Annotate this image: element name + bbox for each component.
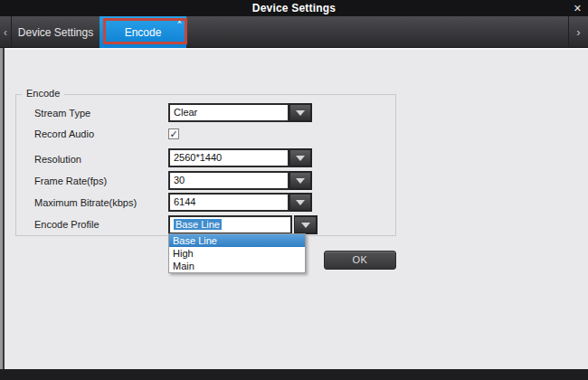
tab-encode[interactable]: Encode × xyxy=(100,16,186,48)
encode-profile-select[interactable]: Base Line xyxy=(168,215,318,234)
title-bar: Device Settings ✕ xyxy=(0,0,588,16)
dropdown-option-main[interactable]: Main xyxy=(169,260,305,272)
resolution-value: 2560*1440 xyxy=(168,148,289,167)
checkmark-icon: ✓ xyxy=(169,128,177,139)
max-bitrate-select[interactable]: 6144 xyxy=(168,193,312,212)
tab-encode-label: Encode xyxy=(125,26,162,39)
resolution-dropdown-button[interactable] xyxy=(289,148,312,167)
chevron-down-icon xyxy=(301,223,310,228)
frame-rate-select[interactable]: 30 xyxy=(168,171,312,190)
resolution-label: Resolution xyxy=(34,154,81,165)
device-settings-window: Device Settings ✕ ‹ Device Settings Enco… xyxy=(0,0,588,380)
window-title: Device Settings xyxy=(0,0,588,16)
encode-profile-value: Base Line xyxy=(168,215,292,234)
record-audio-label: Record Audio xyxy=(34,128,94,139)
frame-rate-label: Frame Rate(fps) xyxy=(34,176,107,186)
encode-group-title: Encode xyxy=(22,88,64,99)
content-panel: Encode Stream Type Clear Record Audio ✓ … xyxy=(0,48,588,369)
tab-scroll-right-icon[interactable]: › xyxy=(568,16,588,48)
stream-type-select[interactable]: Clear xyxy=(168,103,312,122)
dropdown-option-high[interactable]: High xyxy=(169,247,305,260)
max-bitrate-label: Maximum Bitrate(kbps) xyxy=(34,197,137,208)
stream-type-value: Clear xyxy=(168,103,289,122)
bottom-strip xyxy=(0,369,588,380)
frame-rate-value: 30 xyxy=(168,171,289,190)
window-close-icon[interactable]: ✕ xyxy=(574,0,582,16)
chevron-down-icon xyxy=(296,200,305,205)
chevron-down-icon xyxy=(296,178,305,184)
max-bitrate-dropdown-button[interactable] xyxy=(289,193,312,212)
resolution-select[interactable]: 2560*1440 xyxy=(168,148,312,167)
encode-profile-dropdown-list: Base Line High Main xyxy=(168,233,306,273)
selected-text: Base Line xyxy=(174,219,222,230)
stream-type-dropdown-button[interactable] xyxy=(289,103,312,122)
stream-type-label: Stream Type xyxy=(34,108,90,119)
chevron-down-icon xyxy=(296,110,305,116)
record-audio-checkbox[interactable]: ✓ xyxy=(168,128,179,139)
tab-bar: ‹ Device Settings Encode × › xyxy=(0,16,588,48)
encode-profile-label: Encode Profile xyxy=(34,219,100,230)
tab-scroll-left-icon[interactable]: ‹ xyxy=(0,16,12,48)
max-bitrate-value: 6144 xyxy=(168,193,289,212)
encode-profile-dropdown-button[interactable] xyxy=(294,215,318,234)
tab-close-icon[interactable]: × xyxy=(177,17,182,26)
frame-rate-dropdown-button[interactable] xyxy=(289,171,312,190)
chevron-down-icon xyxy=(296,156,305,161)
ok-button[interactable]: OK xyxy=(324,251,396,270)
dropdown-option-base-line[interactable]: Base Line xyxy=(169,234,305,247)
left-edge-border xyxy=(3,48,5,369)
tab-device-settings[interactable]: Device Settings xyxy=(13,16,99,48)
